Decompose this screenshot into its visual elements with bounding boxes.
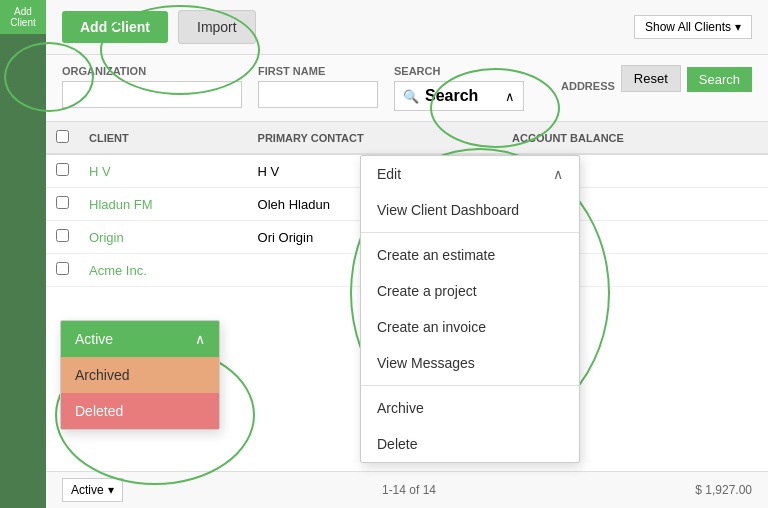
- sidebar-add-client-button[interactable]: Add Client: [0, 0, 46, 34]
- row-checkbox[interactable]: [56, 163, 69, 176]
- archive-menu-item[interactable]: Archive: [361, 390, 579, 426]
- client-cell: Hladun FM: [79, 188, 248, 221]
- chevron-down-icon: ▾: [735, 20, 741, 34]
- status-active-item[interactable]: Active ∧: [61, 321, 219, 357]
- edit-label: Edit: [377, 166, 401, 182]
- row-checkbox[interactable]: [56, 262, 69, 275]
- row-checkbox-cell: [46, 188, 79, 221]
- chevron-up-icon: ∧: [553, 166, 563, 182]
- view-dashboard-menu-item[interactable]: View Client Dashboard: [361, 192, 579, 228]
- search-icon: 🔍: [403, 89, 419, 104]
- client-link[interactable]: Origin: [89, 230, 124, 245]
- client-cell: Acme Inc.: [79, 254, 248, 287]
- create-project-menu-item[interactable]: Create a project: [361, 273, 579, 309]
- firstname-filter-input[interactable]: [258, 81, 378, 108]
- deleted-label: Deleted: [75, 403, 123, 419]
- view-messages-menu-item[interactable]: View Messages: [361, 345, 579, 381]
- row-checkbox-cell: [46, 254, 79, 287]
- status-archived-item[interactable]: Archived: [61, 357, 219, 393]
- filter-actions: ADDRESS Reset Search: [561, 65, 752, 92]
- show-all-label: Show All Clients: [645, 20, 731, 34]
- search-filter-group: Search 🔍 Search ∧: [394, 65, 524, 111]
- create-invoice-menu-item[interactable]: Create an invoice: [361, 309, 579, 345]
- client-link[interactable]: H V: [89, 164, 111, 179]
- filter-row: ORGANIZATION FIRST NAME Search 🔍 Search …: [46, 55, 768, 122]
- import-button[interactable]: Import: [178, 10, 256, 44]
- status-submenu: Active ∧ Archived Deleted: [60, 320, 220, 430]
- bottom-bar: Active ▾ 1-14 of 14 $ 1,927.00: [46, 471, 768, 508]
- client-cell: Origin: [79, 221, 248, 254]
- firstname-filter-group: FIRST NAME: [258, 65, 378, 108]
- client-cell: H V: [79, 154, 248, 188]
- add-client-button[interactable]: Add Client: [62, 11, 168, 43]
- org-filter-input[interactable]: [62, 81, 242, 108]
- reset-button[interactable]: Reset: [621, 65, 681, 92]
- row-checkbox-cell: [46, 154, 79, 188]
- show-all-clients-dropdown[interactable]: Show All Clients ▾: [634, 15, 752, 39]
- status-filter-dropdown[interactable]: Active ▾: [62, 478, 123, 502]
- client-col-header: CLIENT: [79, 122, 248, 154]
- top-bar: Add Client Import Show All Clients ▾: [46, 0, 768, 55]
- chevron-up-icon: ∧: [195, 331, 205, 347]
- create-estimate-menu-item[interactable]: Create an estimate: [361, 237, 579, 273]
- search-label: Search: [394, 65, 524, 77]
- total-balance: $ 1,927.00: [695, 483, 752, 497]
- chevron-up-icon: ∧: [505, 89, 515, 104]
- delete-menu-item[interactable]: Delete: [361, 426, 579, 462]
- client-link[interactable]: Hladun FM: [89, 197, 153, 212]
- row-checkbox[interactable]: [56, 229, 69, 242]
- row-checkbox-cell: [46, 221, 79, 254]
- org-filter-label: ORGANIZATION: [62, 65, 242, 77]
- active-label: Active: [75, 331, 113, 347]
- archived-label: Archived: [75, 367, 129, 383]
- row-checkbox[interactable]: [56, 196, 69, 209]
- chevron-down-icon: ▾: [108, 483, 114, 497]
- status-deleted-item[interactable]: Deleted: [61, 393, 219, 429]
- contact-col-header: PRIMARY CONTACT: [248, 122, 502, 154]
- sidebar: Add Client: [0, 0, 46, 508]
- search-button[interactable]: Search: [687, 67, 752, 92]
- firstname-filter-label: FIRST NAME: [258, 65, 378, 77]
- context-menu-main: Edit ∧ View Client Dashboard Create an e…: [360, 155, 580, 463]
- pagination-text: 1-14 of 14: [382, 483, 436, 497]
- select-all-header: [46, 122, 79, 154]
- search-text: Search: [425, 87, 478, 105]
- client-link[interactable]: Acme Inc.: [89, 263, 147, 278]
- select-all-checkbox[interactable]: [56, 130, 69, 143]
- address-filter-label: ADDRESS: [561, 80, 615, 92]
- balance-col-header: ACCOUNT BALANCE: [502, 122, 768, 154]
- status-filter-label: Active: [71, 483, 104, 497]
- org-filter-group: ORGANIZATION: [62, 65, 242, 108]
- edit-menu-item[interactable]: Edit ∧: [361, 156, 579, 192]
